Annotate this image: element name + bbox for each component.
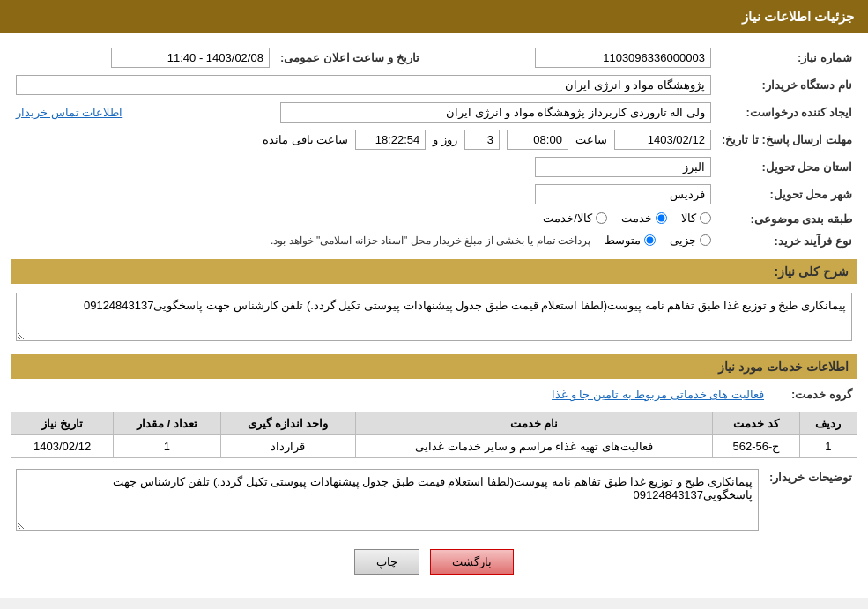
return-button[interactable]: بازگشت — [430, 549, 514, 575]
requester-org-input[interactable] — [16, 75, 711, 95]
purchase-type-jozi-radio[interactable] — [700, 234, 711, 246]
cell-unit: قرارداد — [220, 435, 355, 458]
category-khedmat-label: خدمت — [621, 212, 652, 225]
service-group-label: گروه خدمت: — [769, 384, 857, 405]
remaining-label: ساعت باقی مانده — [263, 133, 348, 146]
service-group-table: گروه خدمت: فعالیت های خدماتی مربوط به تا… — [11, 384, 857, 405]
category-khedmat-radio[interactable] — [656, 212, 667, 224]
contact-link[interactable]: اطلاعات تماس خریدار — [16, 106, 122, 119]
announce-date-input[interactable] — [111, 48, 270, 68]
buyer-notes-label: توضیحات خریدار: — [764, 465, 857, 537]
need-number-input[interactable] — [535, 48, 711, 68]
services-data-table: ردیف کد خدمت نام خدمت واحد اندازه گیری ت… — [11, 412, 857, 458]
city-label: شهر محل تحویل: — [716, 181, 857, 208]
response-deadline-label: مهلت ارسال پاسخ: تا تاریخ: — [716, 126, 857, 153]
purchase-type-note: پرداخت تمام یا بخشی از مبلغ خریدار محل "… — [271, 234, 590, 247]
announce-date-label: تاریخ و ساعت اعلان عمومی: — [275, 44, 425, 71]
buyer-notes-table: توضیحات خریدار: پیمانکاری طبخ و توزیع غذ… — [11, 465, 857, 537]
table-row: 1 ح-56-562 فعالیت‌های تهیه غذاء مراسم و … — [11, 435, 857, 458]
col-qty: تعداد / مقدار — [114, 412, 220, 435]
response-deadline-row: ساعت روز و ساعت باقی مانده — [16, 130, 711, 150]
province-input[interactable] — [535, 157, 711, 177]
response-date-input[interactable] — [614, 130, 711, 150]
requester-org-label: نام دستگاه خریدار: — [716, 71, 857, 99]
category-label: طبقه بندی موضوعی: — [716, 208, 857, 230]
col-date: تاریخ نیاز — [11, 412, 114, 435]
cell-row: 1 — [799, 435, 857, 458]
description-heading: شرح کلی نیاز: — [11, 259, 857, 284]
purchase-type-jozi-label: جزیی — [670, 234, 696, 247]
category-kala-radio[interactable] — [700, 212, 711, 224]
purchase-type-motavaset-radio[interactable] — [644, 234, 656, 246]
creator-label: ایجاد کننده درخواست: — [716, 99, 857, 126]
time-label: ساعت — [575, 133, 607, 146]
purchase-type-jozi-item: جزیی — [670, 234, 711, 247]
province-label: استان محل تحویل: — [716, 153, 857, 181]
remaining-time-input[interactable] — [355, 130, 426, 150]
main-content: شماره نیاز: تاریخ و ساعت اعلان عمومی: نا… — [0, 33, 868, 598]
services-heading: اطلاعات خدمات مورد نیاز — [11, 354, 857, 379]
category-kala-khedmat-label: کالا/خدمت — [543, 212, 592, 225]
description-heading-label: شرح کلی نیاز: — [775, 264, 849, 279]
col-code: کد خدمت — [713, 412, 800, 435]
category-radio-group: کالا خدمت کالا/خدمت — [543, 212, 711, 225]
cell-qty: 1 — [114, 435, 220, 458]
category-kala-item: کالا — [681, 212, 711, 225]
response-days-input[interactable] — [464, 130, 500, 150]
city-input[interactable] — [535, 184, 711, 204]
info-table: شماره نیاز: تاریخ و ساعت اعلان عمومی: نا… — [11, 44, 857, 252]
services-heading-label: اطلاعات خدمات مورد نیاز — [718, 360, 849, 374]
purchase-type-label: نوع فرآیند خرید: — [716, 230, 857, 252]
purchase-type-motavaset-item: متوسط — [605, 234, 656, 247]
col-name: نام خدمت — [355, 412, 712, 435]
category-khedmat-item: خدمت — [621, 212, 667, 225]
days-label: روز و — [433, 133, 457, 146]
need-number-label: شماره نیاز: — [716, 44, 857, 71]
category-kala-khedmat-item: کالا/خدمت — [543, 212, 607, 225]
col-row: ردیف — [799, 412, 857, 435]
need-number-value — [425, 44, 716, 71]
cell-date: 1403/02/12 — [11, 435, 114, 458]
col-unit: واحد اندازه گیری — [220, 412, 355, 435]
buyer-notes-textarea[interactable]: پیمانکاری طبخ و توزیع غذا طبق تفاهم نامه… — [16, 469, 759, 531]
creator-input[interactable] — [280, 102, 711, 123]
page-title: جزئیات اطلاعات نیاز — [742, 9, 854, 24]
purchase-type-radio-group: جزیی متوسط پرداخت تمام یا بخشی از مبلغ خ… — [271, 234, 711, 247]
page-container: جزئیات اطلاعات نیاز شماره نیاز: تاریخ و … — [0, 0, 868, 598]
cell-code: ح-56-562 — [713, 435, 800, 458]
page-header: جزئیات اطلاعات نیاز — [0, 0, 868, 33]
category-kala-khedmat-radio[interactable] — [596, 212, 607, 224]
print-button[interactable]: چاپ — [354, 549, 419, 575]
category-kala-label: کالا — [681, 212, 696, 225]
description-textarea[interactable] — [16, 293, 852, 341]
cell-name: فعالیت‌های تهیه غذاء مراسم و سایر خدمات … — [355, 435, 712, 458]
description-table — [11, 289, 857, 347]
response-time-input[interactable] — [507, 130, 568, 150]
service-group-value[interactable]: فعالیت های خدماتی مربوط به تامین جا و غذ… — [552, 388, 764, 401]
purchase-type-motavaset-label: متوسط — [605, 234, 641, 247]
announce-date-value — [11, 44, 275, 71]
bottom-buttons: بازگشت چاپ — [11, 549, 857, 575]
